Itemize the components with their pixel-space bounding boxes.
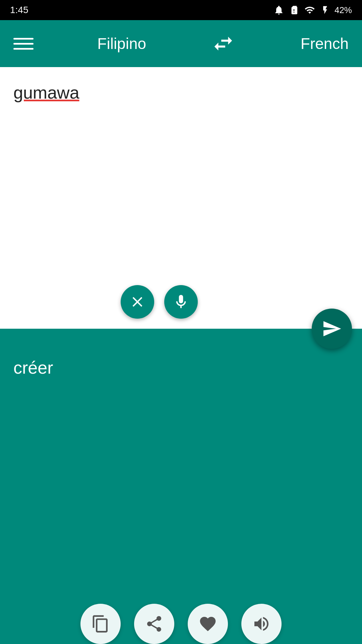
share-button[interactable] xyxy=(134,604,174,644)
source-text[interactable]: gumawa xyxy=(13,80,349,105)
swap-languages-button[interactable] xyxy=(210,30,237,57)
clear-button[interactable] xyxy=(121,285,154,319)
input-section: gumawa xyxy=(0,67,362,329)
output-action-buttons xyxy=(80,604,282,644)
signal-icon xyxy=(304,5,316,15)
status-bar: 1:45 42% xyxy=(0,0,362,20)
charging-icon xyxy=(320,5,330,15)
battery-display: 42% xyxy=(335,5,352,15)
output-section: créer xyxy=(0,329,362,644)
toolbar: Filipino French xyxy=(0,20,362,67)
copy-button[interactable] xyxy=(80,604,121,644)
time-display: 1:45 xyxy=(10,5,28,15)
translate-button[interactable] xyxy=(312,309,352,349)
favorite-button[interactable] xyxy=(188,604,228,644)
alarm-icon xyxy=(274,5,284,15)
input-action-buttons xyxy=(121,285,198,319)
source-language[interactable]: Filipino xyxy=(97,35,146,53)
speak-button[interactable] xyxy=(241,604,282,644)
target-language[interactable]: French xyxy=(301,35,349,53)
microphone-button[interactable] xyxy=(164,285,198,319)
sim-icon xyxy=(289,5,299,15)
menu-button[interactable] xyxy=(13,38,34,50)
translated-text: créer xyxy=(13,356,349,380)
